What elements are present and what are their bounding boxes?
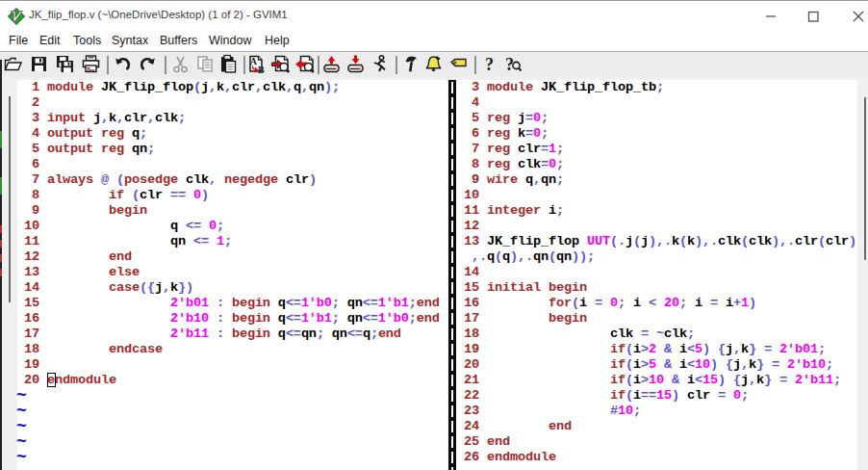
svg-text:?: ?	[485, 55, 494, 74]
svg-text:A: A	[250, 56, 258, 66]
svg-text:B: B	[258, 65, 265, 75]
